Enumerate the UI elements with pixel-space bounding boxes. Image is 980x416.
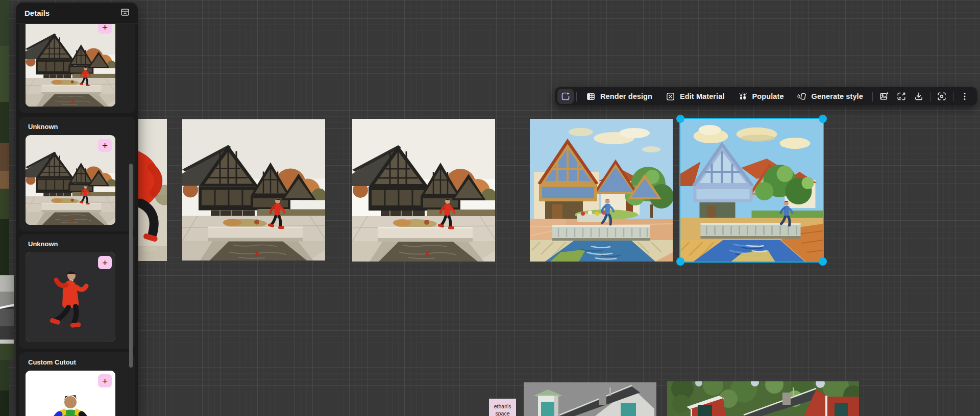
render-design-label: Render design [600, 92, 652, 100]
details-panel-title: Details [24, 9, 50, 17]
canvas-image-painting-1[interactable] [530, 119, 673, 262]
render-design-button[interactable]: Render design [579, 89, 659, 104]
kebab-vertical-icon [960, 91, 970, 101]
marquee-sparkle-icon [560, 91, 571, 101]
canvas-image-gray-render[interactable] [524, 382, 656, 416]
canvas-image-house-photo-2[interactable] [352, 119, 495, 262]
toolbar-divider [576, 92, 577, 101]
populate-label: Populate [752, 92, 784, 100]
detail-card-0-thumbnail[interactable]: + [26, 24, 115, 107]
image-expand-button[interactable] [893, 89, 910, 104]
selection-handle-top-right[interactable] [819, 115, 827, 123]
detail-card-2[interactable]: Unknown + [19, 234, 135, 349]
detail-card-1-label: Unknown [28, 123, 129, 131]
image-enhance-button[interactable] [875, 89, 893, 104]
selection-handle-bottom-right[interactable] [819, 257, 827, 266]
populate-button[interactable]: Populate [731, 89, 791, 104]
toolbar-divider [872, 92, 873, 101]
detail-card-2-label: Unknown [28, 240, 129, 248]
add-to-canvas-button[interactable]: + [98, 256, 112, 269]
image-sparkle-icon [879, 91, 889, 101]
selection-handle-top-left[interactable] [676, 115, 684, 123]
details-panel-scroll-area[interactable]: + Unknown + Unknown + Custom Cutout + [16, 24, 138, 416]
table-grid-icon [586, 92, 596, 101]
toolbar-divider [930, 92, 930, 101]
generate-style-label: Generate style [812, 92, 863, 100]
panel-collapse-button[interactable] [118, 7, 132, 20]
download-button[interactable] [910, 89, 927, 104]
image-expand-icon [896, 91, 906, 101]
detail-card-1-thumbnail[interactable]: + [26, 135, 115, 225]
details-panel-header: Details [16, 3, 138, 24]
canvas-image-runner-closeup[interactable] [138, 119, 167, 261]
canvas-toolbar: Render design Edit Material Populate [555, 87, 977, 106]
canvas-image-house-photo-1[interactable] [182, 119, 325, 261]
canvas-image-painting-2-selected[interactable] [680, 119, 823, 262]
focus-capture-button[interactable] [933, 89, 950, 104]
canvas-image-red-house[interactable] [667, 381, 859, 416]
generate-style-button[interactable]: Generate style [791, 89, 870, 104]
panel-scrollbar[interactable] [129, 164, 133, 368]
detail-card-1[interactable]: Unknown + [19, 117, 135, 231]
detail-card-0[interactable]: + [19, 24, 135, 113]
more-options-button[interactable] [956, 89, 973, 104]
focus-capture-icon [937, 91, 947, 101]
add-to-canvas-button[interactable]: + [98, 24, 112, 34]
add-to-canvas-button[interactable]: + [98, 374, 112, 387]
edit-material-label: Edit Material [680, 92, 725, 100]
percent-swatch-icon [666, 92, 675, 101]
detail-card-3-thumbnail[interactable]: + [26, 371, 115, 416]
select-tool-button[interactable] [557, 89, 574, 104]
detail-card-3-label: Custom Cutout [28, 358, 129, 366]
people-sparkle-icon [738, 92, 748, 101]
add-to-canvas-button[interactable]: + [98, 139, 112, 152]
left-edge-image-sliver[interactable] [0, 0, 14, 416]
shake-card-icon [797, 92, 807, 101]
details-panel: Details + Unknown + [16, 3, 138, 416]
canvas-note[interactable]: ethan's space [489, 399, 516, 416]
selection-handle-bottom-left[interactable] [676, 257, 684, 266]
panel-collapse-icon [120, 7, 130, 19]
edit-material-button[interactable]: Edit Material [659, 89, 731, 104]
detail-card-2-thumbnail[interactable]: + [26, 252, 115, 342]
selected-image-content[interactable] [680, 119, 823, 262]
detail-card-3[interactable]: Custom Cutout + [19, 352, 135, 416]
toolbar-divider [953, 92, 953, 101]
download-icon [914, 91, 924, 101]
